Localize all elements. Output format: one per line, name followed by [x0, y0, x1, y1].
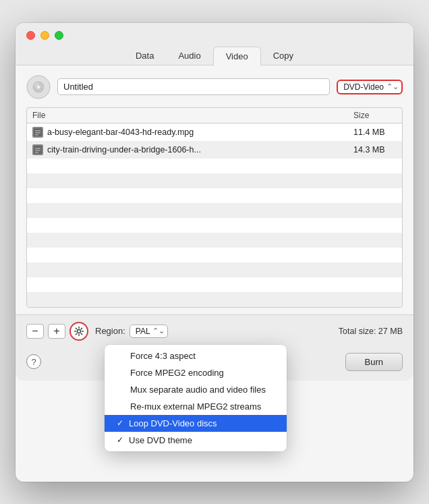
file-name: a-busy-elegant-bar-4043-hd-ready.mpg — [47, 128, 194, 137]
table-row[interactable]: a-busy-elegant-bar-4043-hd-ready.mpg 11.… — [27, 123, 402, 141]
region-arrow: ⌃⌄ — [152, 327, 165, 335]
table-row[interactable]: city-train-driving-under-a-bridge-1606-h… — [27, 141, 402, 159]
menu-item-label: Force 4:3 aspect — [130, 351, 196, 361]
close-button[interactable] — [26, 31, 35, 40]
tab-data[interactable]: Data — [123, 47, 166, 65]
remove-button[interactable]: − — [26, 324, 44, 339]
svg-rect-11 — [35, 152, 38, 153]
table-empty-row — [27, 248, 402, 262]
table-empty-row — [27, 188, 402, 203]
menu-item-label: Force MPEG2 encoding — [130, 368, 224, 378]
table-empty-row — [27, 203, 402, 218]
minimize-button[interactable] — [40, 31, 49, 40]
svg-rect-7 — [35, 134, 38, 136]
tab-video[interactable]: Video — [213, 47, 261, 65]
format-arrow: ⌃⌄ — [387, 82, 399, 91]
region-select[interactable]: PAL ⌃⌄ — [130, 325, 168, 338]
format-label: DVD-Video — [343, 82, 384, 92]
disc-row: DVD-Video ⌃⌄ — [26, 75, 403, 99]
menu-item-force-aspect[interactable]: Force 4:3 aspect — [105, 347, 287, 364]
table-empty-row — [27, 218, 402, 233]
disc-icon — [26, 75, 51, 99]
svg-point-2 — [36, 85, 40, 89]
svg-rect-10 — [35, 150, 40, 151]
svg-rect-9 — [35, 148, 40, 149]
menu-item-remux-mpeg2[interactable]: Re-mux external MPEG2 streams — [105, 398, 287, 415]
menu-item-label: Use DVD theme — [129, 435, 192, 445]
bottom-bar: − + Region: PAL ⌃⌄ Total size: 27 MB For… — [16, 314, 413, 347]
table-empty-row — [27, 233, 402, 248]
col-file-header: File — [27, 108, 348, 123]
tab-audio[interactable]: Audio — [166, 47, 212, 65]
file-name: city-train-driving-under-a-bridge-1606-h… — [47, 145, 201, 155]
table-empty-row — [27, 262, 402, 277]
region-value: PAL — [136, 327, 150, 336]
menu-item-dvd-theme[interactable]: Use DVD theme — [105, 432, 287, 449]
tab-copy[interactable]: Copy — [261, 47, 306, 65]
table-empty-row — [27, 173, 402, 188]
file-size: 14.3 MB — [348, 141, 402, 159]
dropdown-menu: Force 4:3 aspect Force MPEG2 encoding Mu… — [105, 345, 287, 451]
menu-item-label: Mux separate audio and video files — [130, 385, 266, 395]
file-thumb-icon — [32, 144, 43, 155]
svg-point-12 — [78, 329, 81, 333]
format-select[interactable]: DVD-Video ⌃⌄ — [337, 80, 403, 94]
menu-item-force-mpeg2[interactable]: Force MPEG2 encoding — [105, 364, 287, 381]
file-thumb-icon — [32, 127, 43, 138]
menu-item-loop-dvd[interactable]: Loop DVD-Video discs — [105, 415, 287, 432]
traffic-lights — [26, 31, 403, 40]
menu-item-mux-audio-video[interactable]: Mux separate audio and video files — [105, 381, 287, 398]
help-button[interactable]: ? — [26, 354, 41, 369]
file-size: 11.4 MB — [348, 123, 402, 141]
table-empty-row — [27, 292, 402, 307]
add-button[interactable]: + — [48, 324, 65, 339]
table-empty-row — [27, 159, 402, 173]
tab-bar: Data Audio Video Copy — [26, 47, 403, 65]
burn-button[interactable]: Burn — [345, 353, 403, 371]
gear-button[interactable] — [69, 322, 88, 341]
titlebar: Data Audio Video Copy — [16, 23, 413, 65]
file-table-container: File Size a-busy-elegant-bar-4043-hd-rea… — [26, 107, 403, 308]
svg-rect-6 — [35, 132, 40, 134]
file-table: File Size a-busy-elegant-bar-4043-hd-rea… — [27, 108, 402, 307]
col-size-header: Size — [348, 108, 402, 123]
total-size: Total size: 27 MB — [339, 327, 403, 336]
svg-rect-5 — [35, 130, 40, 132]
disc-name-input[interactable] — [57, 78, 330, 95]
menu-item-label: Re-mux external MPEG2 streams — [130, 401, 261, 412]
table-empty-row — [27, 277, 402, 292]
region-label: Region: — [95, 326, 125, 336]
main-window: Data Audio Video Copy DVD-Video ⌃⌄ — [16, 23, 413, 482]
maximize-button[interactable] — [55, 31, 63, 40]
menu-item-label: Loop DVD-Video discs — [129, 418, 217, 428]
main-content: DVD-Video ⌃⌄ File Size — [16, 65, 413, 308]
